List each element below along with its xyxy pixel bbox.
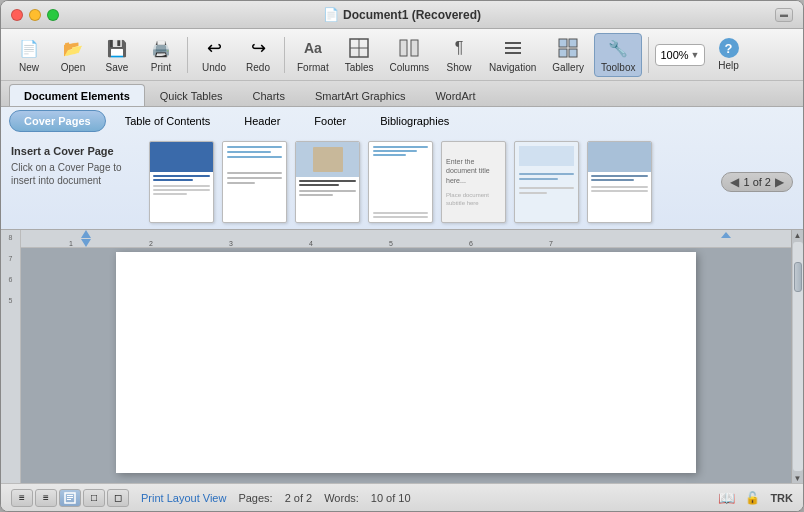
subtab-bibliographies[interactable]: Bibliographies bbox=[365, 110, 464, 132]
save-button[interactable]: 💾 Save bbox=[97, 33, 137, 77]
format-icon: Aa bbox=[301, 36, 325, 60]
zoom-control[interactable]: 100% ▼ bbox=[655, 44, 704, 66]
tables-button[interactable]: Tables bbox=[339, 33, 380, 77]
undo-button[interactable]: ↩ Undo bbox=[194, 33, 234, 77]
subtab-cover-pages[interactable]: Cover Pages bbox=[9, 110, 106, 132]
view-buttons: ≡ ≡ □ ◻ bbox=[11, 489, 129, 507]
redo-button[interactable]: ↪ Redo bbox=[238, 33, 278, 77]
help-icon: ? bbox=[719, 38, 739, 58]
status-bar: ≡ ≡ □ ◻ Print Layout View Pages: 2 of 2 … bbox=[1, 483, 803, 511]
lock-icon[interactable]: 🔓 bbox=[745, 491, 760, 505]
subtab-footer[interactable]: Footer bbox=[299, 110, 361, 132]
cover-thumb-5[interactable]: Enter the document title here... Place d… bbox=[441, 141, 506, 223]
zoom-value: 100% bbox=[660, 49, 688, 61]
window-title-text: Document1 (Recovered) bbox=[343, 8, 481, 22]
svg-rect-14 bbox=[67, 497, 73, 498]
tab-quick-tables[interactable]: Quick Tables bbox=[145, 84, 238, 106]
toolbox-button[interactable]: 🔧 Toolbox bbox=[594, 33, 642, 77]
doc-scroll-area[interactable] bbox=[21, 230, 791, 483]
book-icon[interactable]: 📖 bbox=[718, 490, 735, 506]
page-nav-label: 1 of 2 bbox=[743, 176, 771, 188]
open-button[interactable]: 📂 Open bbox=[53, 33, 93, 77]
cover-pages-nav[interactable]: ◀ 1 of 2 ▶ bbox=[721, 172, 793, 192]
print-icon: 🖨️ bbox=[149, 36, 173, 60]
show-label: Show bbox=[447, 62, 472, 73]
scroll-down-btn[interactable]: ▼ bbox=[793, 473, 803, 483]
ribbon-panel: Cover Pages Table of Contents Header Foo… bbox=[1, 107, 803, 230]
gallery-button[interactable]: Gallery bbox=[546, 33, 590, 77]
pages-label: Pages: bbox=[238, 492, 272, 504]
view-btn-list[interactable]: ≡ bbox=[11, 489, 33, 507]
tables-icon bbox=[347, 36, 371, 60]
cover-thumb-3[interactable] bbox=[295, 141, 360, 223]
format-button[interactable]: Aa Format bbox=[291, 33, 335, 77]
print-label: Print bbox=[151, 62, 172, 73]
undo-label: Undo bbox=[202, 62, 226, 73]
navigation-button[interactable]: Navigation bbox=[483, 33, 542, 77]
print-button[interactable]: 🖨️ Print bbox=[141, 33, 181, 77]
tab-charts[interactable]: Charts bbox=[238, 84, 300, 106]
view-btn-print[interactable] bbox=[59, 489, 81, 507]
view-btn-outline[interactable]: □ bbox=[83, 489, 105, 507]
separator-3 bbox=[648, 37, 649, 73]
ruler-top: 1 2 3 4 5 6 7 bbox=[21, 230, 791, 248]
toolbox-label: Toolbox bbox=[601, 62, 635, 73]
svg-rect-9 bbox=[569, 39, 577, 47]
window-resize-btn[interactable]: ▬ bbox=[775, 8, 793, 22]
tab-wordart[interactable]: WordArt bbox=[420, 84, 490, 106]
scrollbar-track[interactable] bbox=[793, 242, 803, 471]
redo-label: Redo bbox=[246, 62, 270, 73]
gallery-icon bbox=[556, 36, 580, 60]
svg-rect-6 bbox=[505, 47, 521, 49]
words-label: Words: bbox=[324, 492, 359, 504]
save-icon: 💾 bbox=[105, 36, 129, 60]
show-button[interactable]: ¶ Show bbox=[439, 33, 479, 77]
maximize-button[interactable] bbox=[47, 9, 59, 21]
cover-thumb-1[interactable] bbox=[149, 141, 214, 223]
navigation-label: Navigation bbox=[489, 62, 536, 73]
cover-thumb-2[interactable] bbox=[222, 141, 287, 223]
cover-thumb-6[interactable] bbox=[514, 141, 579, 223]
tab-smartart-graphics[interactable]: SmartArt Graphics bbox=[300, 84, 420, 106]
show-icon: ¶ bbox=[447, 36, 471, 60]
subtab-table-of-contents[interactable]: Table of Contents bbox=[110, 110, 226, 132]
columns-button[interactable]: Columns bbox=[384, 33, 435, 77]
cover-thumb-4[interactable] bbox=[368, 141, 433, 223]
words-value: 10 of 10 bbox=[371, 492, 411, 504]
save-label: Save bbox=[106, 62, 129, 73]
ribbon-tabs: Document Elements Quick Tables Charts Sm… bbox=[1, 81, 803, 107]
new-icon: 📄 bbox=[17, 36, 41, 60]
view-btn-indent[interactable]: ≡ bbox=[35, 489, 57, 507]
toolbox-icon: 🔧 bbox=[606, 36, 630, 60]
cover-insert-title: Insert a Cover Page bbox=[11, 145, 141, 157]
next-page-btn[interactable]: ▶ bbox=[775, 175, 784, 189]
svg-rect-13 bbox=[67, 495, 73, 496]
scrollbar-right: ▲ ▼ bbox=[791, 230, 803, 483]
view-btn-web[interactable]: ◻ bbox=[107, 489, 129, 507]
minimize-button[interactable] bbox=[29, 9, 41, 21]
columns-icon bbox=[397, 36, 421, 60]
track-changes-label[interactable]: TRK bbox=[770, 492, 793, 504]
cover-thumb-7[interactable] bbox=[587, 141, 652, 223]
tab-document-elements[interactable]: Document Elements bbox=[9, 84, 145, 106]
subtab-header[interactable]: Header bbox=[229, 110, 295, 132]
window-title: 📄 Document1 (Recovered) bbox=[323, 7, 481, 22]
help-button[interactable]: ? Help bbox=[709, 33, 749, 77]
help-label: Help bbox=[718, 60, 739, 71]
scroll-up-btn[interactable]: ▲ bbox=[793, 230, 803, 240]
svg-rect-3 bbox=[400, 40, 407, 56]
cover-insert-desc: Click on a Cover Page to insert into doc… bbox=[11, 161, 141, 187]
close-button[interactable] bbox=[11, 9, 23, 21]
svg-rect-10 bbox=[559, 49, 567, 57]
ruler-left: 8 7 6 5 bbox=[1, 230, 21, 483]
app-window: 📄 Document1 (Recovered) ▬ 📄 New 📂 Open 💾… bbox=[0, 0, 804, 512]
svg-rect-11 bbox=[569, 49, 577, 57]
new-button[interactable]: 📄 New bbox=[9, 33, 49, 77]
scrollbar-thumb[interactable] bbox=[794, 262, 802, 292]
doc-page[interactable] bbox=[116, 252, 696, 473]
svg-rect-15 bbox=[67, 499, 71, 500]
prev-page-btn[interactable]: ◀ bbox=[730, 175, 739, 189]
status-right: 📖 🔓 TRK bbox=[718, 490, 793, 506]
format-label: Format bbox=[297, 62, 329, 73]
gallery-label: Gallery bbox=[552, 62, 584, 73]
